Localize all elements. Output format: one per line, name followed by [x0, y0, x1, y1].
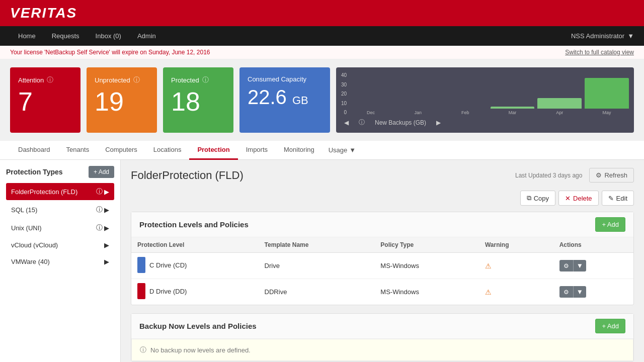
level-indicator-red — [137, 283, 145, 299]
sidebar-item-vcloud[interactable]: vCloud (vCloud) ▶ — [6, 237, 114, 253]
policy-cell-cdrive: MS-Windows — [374, 253, 479, 279]
logo: VERITAS — [10, 5, 77, 21]
nav-admin[interactable]: Admin — [129, 26, 164, 46]
sidebar-add-button[interactable]: + Add — [89, 166, 114, 178]
gear-dropdown-cdrive[interactable]: ▼ — [573, 260, 586, 272]
chart-bars: DecJanFebMarAprMay — [349, 72, 629, 115]
sidebar-item-unix[interactable]: Unix (UNI) ⓘ ▶ — [6, 219, 114, 236]
gear-button-cdrive[interactable]: ⚙ — [559, 260, 573, 272]
edit-button[interactable]: ✎ Edit — [602, 191, 634, 206]
sql-arrow-icon: ▶ — [104, 206, 109, 214]
user-label: NSS Administrator — [571, 32, 624, 40]
unprotected-info-icon[interactable]: ⓘ — [133, 75, 140, 84]
gear-dropdown-ddrive[interactable]: ▼ — [573, 286, 586, 298]
sidebar-item-vmware[interactable]: VMWare (40) ▶ — [6, 254, 114, 269]
chart-legend-label: New Backups (GB) — [372, 118, 429, 127]
protection-levels-table: Protection Level Template Name Policy Ty… — [131, 237, 633, 305]
gear-button-ddrive[interactable]: ⚙ — [559, 286, 573, 298]
chart-next-button[interactable]: ▶ — [433, 118, 444, 127]
delete-icon: ✕ — [565, 195, 571, 202]
nav-requests[interactable]: Requests — [44, 26, 88, 46]
nav-inbox[interactable]: Inbox (0) — [88, 26, 129, 46]
protection-levels-add-button[interactable]: + Add — [595, 217, 625, 232]
gear-group-ddrive: ⚙ ▼ — [559, 286, 627, 298]
chart-footer: ◀ ⓘ New Backups (GB) ▶ — [341, 117, 629, 128]
user-dropdown-icon: ▼ — [627, 32, 634, 40]
chart-bar-label: May — [603, 110, 611, 115]
chart-bar-label: Dec — [367, 110, 375, 115]
backup-now-section: Backup Now Levels and Policies + Add ⓘ N… — [131, 313, 634, 361]
content-header: FolderProtection (FLD) Last Updated 3 da… — [131, 168, 634, 183]
unix-arrow-icon: ▶ — [104, 224, 109, 232]
template-cell-ddrive: DDRive — [259, 279, 375, 305]
backup-now-add-button[interactable]: + Add — [595, 319, 625, 333]
level-cell-ddrive: D Drive (DD) — [131, 279, 259, 305]
vmware-icons: ▶ — [104, 258, 109, 265]
nav-home[interactable]: Home — [10, 26, 44, 46]
sidebar-item-label-vcloud: vCloud (vCloud) — [11, 241, 58, 249]
col-protection-level: Protection Level — [131, 237, 259, 253]
backup-now-title: Backup Now Levels and Policies — [139, 322, 257, 330]
chart-bar-label: Jan — [415, 110, 422, 115]
chart-bar — [585, 78, 629, 109]
catalog-view-link[interactable]: Switch to full catalog view — [565, 49, 634, 56]
copy-button[interactable]: ⧉ Copy — [520, 191, 555, 206]
folder-protection-info-icon: ⓘ — [96, 187, 103, 196]
warning-cell-cdrive: ⚠ — [479, 253, 553, 279]
user-menu[interactable]: NSS Administrator ▼ — [571, 32, 634, 40]
chart-card: 40 30 20 10 0 DecJanFebMarAprMay ◀ ⓘ New… — [336, 67, 634, 133]
tab-tenants[interactable]: Tenants — [58, 141, 98, 160]
sql-icons: ⓘ ▶ — [96, 205, 109, 214]
unprotected-value: 19 — [95, 87, 149, 116]
sidebar: Protection Types + Add FolderProtection … — [0, 160, 121, 362]
tab-computers[interactable]: Computers — [97, 141, 145, 160]
tab-usage[interactable]: Usage ▼ — [323, 141, 362, 159]
chart-bar-group: May — [585, 78, 629, 115]
attention-value: 7 — [18, 87, 72, 116]
protection-levels-section: Protection Levels and Policies + Add Pro… — [131, 212, 634, 305]
tab-usage-dropdown-icon: ▼ — [349, 146, 356, 154]
attention-label: Attention ⓘ — [18, 75, 72, 84]
template-cell-drive: Drive — [259, 253, 375, 279]
warning-icon-ddrive: ⚠ — [485, 288, 492, 296]
tab-monitoring[interactable]: Monitoring — [276, 141, 323, 160]
refresh-button[interactable]: ⚙ Refresh — [589, 168, 634, 183]
protected-info-icon[interactable]: ⓘ — [202, 75, 209, 84]
sidebar-item-folder-protection[interactable]: FolderProtection (FLD) ⓘ ▶ — [6, 183, 114, 200]
chart-bar-group: Feb — [443, 109, 488, 115]
app-header: VERITAS — [0, 0, 644, 26]
action-buttons: ⧉ Copy ✕ Delete ✎ Edit — [131, 191, 634, 206]
sidebar-item-sql[interactable]: SQL (15) ⓘ ▶ — [6, 201, 114, 218]
tab-imports[interactable]: Imports — [238, 141, 276, 160]
sidebar-item-icons: ⓘ ▶ — [96, 187, 109, 196]
tab-locations[interactable]: Locations — [145, 141, 190, 160]
vmware-arrow-icon: ▶ — [104, 258, 109, 265]
chart-prev-button[interactable]: ◀ — [341, 118, 352, 127]
chart-bar-label: Apr — [556, 110, 563, 115]
warning-cell-ddrive: ⚠ — [479, 279, 553, 305]
delete-button[interactable]: ✕ Delete — [558, 191, 599, 206]
protection-levels-title: Protection Levels and Policies — [139, 220, 249, 229]
chart-bar-label: Feb — [461, 110, 469, 115]
capacity-card: Consumed Capacity 22.6 GB — [239, 67, 330, 133]
license-bar: Your license 'NetBackup Self Service' wi… — [0, 46, 644, 59]
refresh-gear-icon: ⚙ — [596, 171, 602, 179]
table-row: D Drive (DD) DDRive MS-Windows ⚠ ⚙ ▼ — [131, 279, 633, 305]
notice-info-icon: ⓘ — [140, 345, 146, 354]
sidebar-item-label-vmware: VMWare (40) — [11, 258, 50, 265]
tab-dashboard[interactable]: Dashboard — [10, 141, 58, 160]
vcloud-arrow-icon: ▶ — [104, 241, 109, 249]
actions-cell-cdrive: ⚙ ▼ — [553, 253, 633, 279]
stats-row: Attention ⓘ 7 Unprotected ⓘ 19 Protected… — [0, 59, 644, 141]
col-policy-type: Policy Type — [374, 237, 479, 253]
protected-label: Protected ⓘ — [171, 75, 225, 84]
attention-info-icon[interactable]: ⓘ — [47, 75, 53, 84]
copy-icon: ⧉ — [527, 194, 531, 202]
unix-info-icon: ⓘ — [96, 223, 103, 232]
no-backup-message: No backup now levels are defined. — [150, 346, 251, 354]
sidebar-header: Protection Types + Add — [6, 166, 114, 178]
sidebar-item-label-unix: Unix (UNI) — [11, 224, 42, 232]
tab-protection[interactable]: Protection — [189, 141, 237, 160]
chart-bar-label: Mar — [509, 110, 517, 115]
main-nav: Home Requests Inbox (0) Admin NSS Admini… — [0, 26, 644, 46]
